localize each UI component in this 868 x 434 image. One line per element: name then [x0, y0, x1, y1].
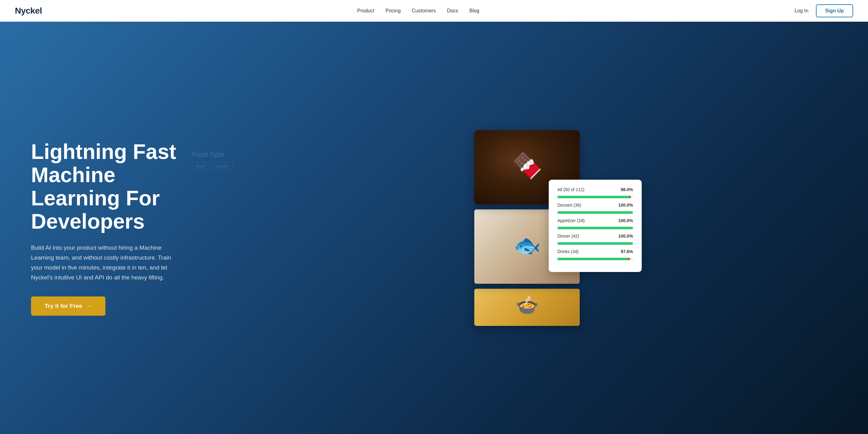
soup-image-card [474, 289, 580, 326]
stats-pct-3: 100.0% [618, 234, 633, 238]
bg-ui-title: Food Type [192, 151, 235, 159]
signup-button[interactable]: Sign Up [816, 4, 853, 18]
stats-row-3: Dinner (42)100.0% [557, 234, 633, 245]
nav-pricing[interactable]: Pricing [385, 8, 401, 13]
navbar: Nyckel Product Pricing Customers Docs Bl… [0, 0, 868, 22]
stats-pct-1: 100.0% [618, 203, 633, 207]
stats-row-1: Dessert (36)100.0% [557, 203, 633, 214]
bg-ui: Food Type Train Invoke [192, 151, 235, 172]
nav-product[interactable]: Product [357, 8, 374, 13]
stats-label-3: Dinner (42) [557, 234, 579, 238]
stats-label-2: Appetizer (18) [557, 218, 585, 223]
nav-docs[interactable]: Docs [447, 8, 458, 13]
hero-left: Lightning Fast Machine Learning For Deve… [31, 140, 192, 315]
stats-row-2: Appetizer (18)100.0% [557, 218, 633, 229]
cta-button[interactable]: Try it for Free → [31, 296, 105, 316]
progress-bar-0 [557, 196, 633, 198]
stats-row-0: All (50 of 111)98.0% [557, 187, 633, 198]
cta-arrow-icon: → [86, 303, 92, 309]
progress-bar-1 [557, 211, 633, 214]
nav-logo[interactable]: Nyckel [15, 6, 42, 16]
bg-ui-tag-train: Train [192, 162, 209, 170]
card-soup [474, 284, 580, 326]
progress-fill-0 [557, 196, 631, 198]
nav-blog[interactable]: Blog [469, 8, 479, 13]
stats-pct-4: 97.6% [621, 249, 633, 254]
progress-fill-1 [557, 211, 633, 214]
nav-actions: Log In Sign Up [795, 4, 853, 18]
hero-section: Lightning Fast Machine Learning For Deve… [0, 0, 868, 434]
stats-pct-0: 98.0% [621, 187, 633, 192]
hero-title: Lightning Fast Machine Learning For Deve… [31, 140, 192, 233]
stats-label-0: All (50 of 111) [557, 187, 584, 192]
stats-pct-2: 100.0% [618, 218, 633, 223]
progress-fill-2 [557, 227, 633, 229]
nav-customers[interactable]: Customers [412, 8, 436, 13]
hero-right: Food Type Train Invoke 99.8% Dessert [211, 135, 843, 321]
stats-panel: All (50 of 111)98.0%Dessert (36)100.0%Ap… [549, 180, 642, 272]
cta-label: Try it for Free [44, 303, 82, 309]
progress-fill-4 [557, 258, 630, 260]
stats-row-4: Drinks (34)97.6% [557, 249, 633, 260]
progress-bar-4 [557, 258, 633, 260]
progress-fill-3 [557, 242, 633, 245]
stats-label-1: Dessert (36) [557, 203, 581, 207]
stats-label-4: Drinks (34) [557, 249, 579, 254]
bg-ui-tag-invoke: Invoke [213, 162, 233, 170]
hero-description: Build AI into your product without hirin… [31, 243, 180, 283]
login-button[interactable]: Log In [795, 8, 808, 13]
soup-food-image [474, 289, 580, 326]
progress-bar-3 [557, 242, 633, 245]
cards-container: 99.8% Dessert Dinner 98.3% [474, 130, 580, 326]
progress-bar-2 [557, 227, 633, 229]
